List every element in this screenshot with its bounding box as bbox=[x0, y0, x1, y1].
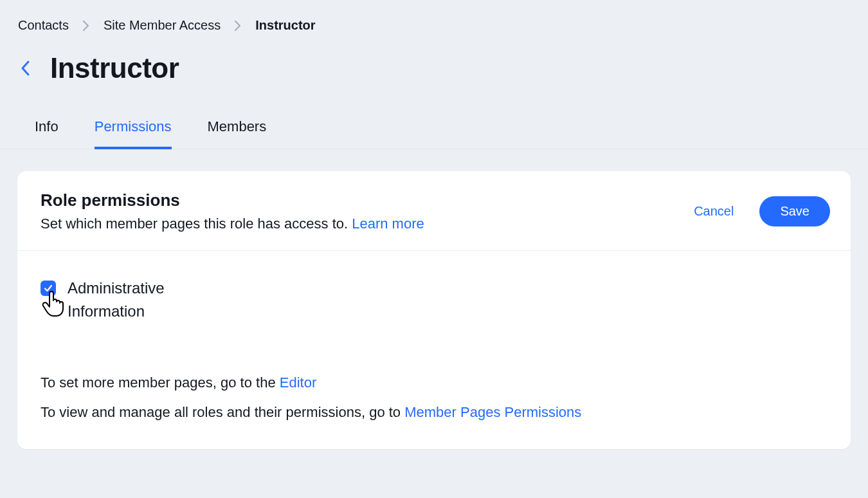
chevron-left-icon bbox=[21, 60, 30, 76]
info-line-editor: To set more member pages, go to the Edit… bbox=[41, 374, 827, 391]
card-title: Role permissions bbox=[41, 190, 424, 210]
save-button[interactable]: Save bbox=[759, 196, 830, 226]
permissions-card: Role permissions Set which member pages … bbox=[17, 171, 851, 449]
tabs: Info Permissions Members bbox=[0, 91, 868, 149]
permission-label: Administrative Information bbox=[68, 277, 183, 323]
tab-info[interactable]: Info bbox=[35, 118, 59, 149]
check-icon bbox=[44, 284, 53, 293]
card-subtitle: Set which member pages this role has acc… bbox=[41, 216, 424, 232]
member-pages-permissions-link[interactable]: Member Pages Permissions bbox=[404, 404, 581, 420]
breadcrumb-site-member-access[interactable]: Site Member Access bbox=[104, 18, 221, 33]
tab-permissions[interactable]: Permissions bbox=[95, 118, 172, 149]
page-header: Instructor bbox=[0, 33, 868, 91]
breadcrumb-current: Instructor bbox=[255, 18, 315, 33]
permission-row: Administrative Information bbox=[41, 277, 827, 323]
card-actions: Cancel Save bbox=[694, 196, 830, 226]
permission-checkbox[interactable] bbox=[41, 281, 56, 296]
breadcrumb: Contacts Site Member Access Instructor bbox=[0, 0, 868, 33]
info-text: To view and manage all roles and their p… bbox=[41, 404, 404, 420]
card-body: Administrative Information To set more m… bbox=[17, 251, 851, 449]
tab-members[interactable]: Members bbox=[208, 118, 267, 149]
cancel-button[interactable]: Cancel bbox=[694, 204, 734, 219]
card-subtitle-text: Set which member pages this role has acc… bbox=[41, 216, 352, 232]
info-text: To set more member pages, go to the bbox=[41, 374, 280, 391]
card-header: Role permissions Set which member pages … bbox=[17, 171, 851, 251]
editor-link[interactable]: Editor bbox=[280, 374, 316, 391]
chevron-right-icon bbox=[235, 21, 241, 31]
page-title: Instructor bbox=[50, 52, 179, 84]
chevron-right-icon bbox=[83, 21, 89, 31]
card-header-text: Role permissions Set which member pages … bbox=[41, 190, 424, 232]
learn-more-link[interactable]: Learn more bbox=[352, 216, 424, 232]
breadcrumb-contacts[interactable]: Contacts bbox=[18, 18, 69, 33]
back-button[interactable] bbox=[18, 55, 32, 81]
info-line-permissions: To view and manage all roles and their p… bbox=[41, 404, 827, 421]
